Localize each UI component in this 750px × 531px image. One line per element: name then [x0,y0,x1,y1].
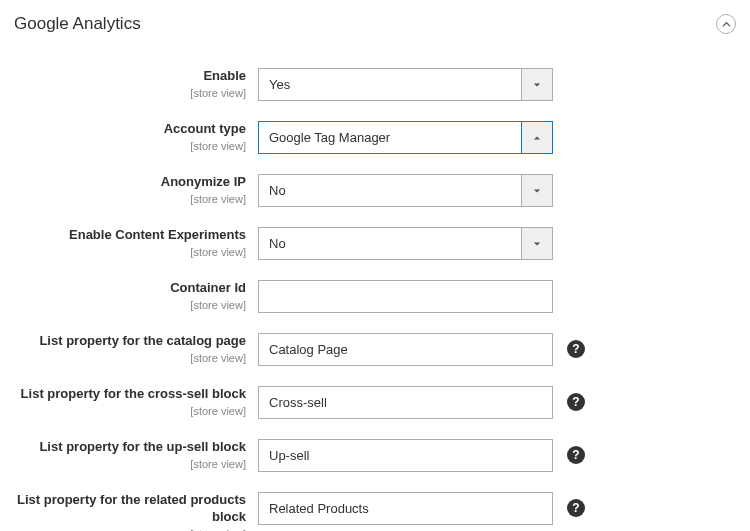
field-control-col: No [258,174,553,207]
help-icon[interactable]: ? [567,393,585,411]
field-scope: [store view] [14,140,246,152]
field-label: Enable Content Experiments [14,227,246,244]
field-control-col: Google Tag Manager [258,121,553,154]
section-title: Google Analytics [14,14,141,34]
field-label-col: List property for the related products b… [14,492,258,531]
list_crosssell-input[interactable] [258,386,553,419]
field-scope: [store view] [14,87,246,99]
help-col: ? [553,492,593,517]
field-label: List property for the up-sell block [14,439,246,456]
chevron-up-icon [722,20,731,29]
help-col: ? [553,439,593,464]
caret-down-icon [521,174,553,207]
field-label: Anonymize IP [14,174,246,191]
field-scope: [store view] [14,458,246,470]
field-label-col: List property for the catalog page[store… [14,333,258,364]
collapse-toggle[interactable] [716,14,736,34]
help-col [553,68,593,75]
field-row-account_type: Account type[store view]Google Tag Manag… [14,121,736,154]
help-col [553,174,593,181]
container_id-input[interactable] [258,280,553,313]
help-col [553,121,593,128]
field-scope: [store view] [14,352,246,364]
field-label-col: List property for the up-sell block[stor… [14,439,258,470]
field-label-col: Account type[store view] [14,121,258,152]
form-rows: Enable[store view]YesAccount type[store … [14,48,736,531]
field-scope: [store view] [14,246,246,258]
list_upsell-input[interactable] [258,439,553,472]
help-col [553,227,593,234]
caret-down-icon [521,68,553,101]
field-label: Enable [14,68,246,85]
field-scope: [store view] [14,299,246,311]
section-header: Google Analytics [14,10,736,48]
caret-up-icon [521,121,553,154]
field-label: List property for the cross-sell block [14,386,246,403]
list_related-input[interactable] [258,492,553,525]
field-control-col [258,280,553,313]
list_catalog-input[interactable] [258,333,553,366]
field-row-list_upsell: List property for the up-sell block[stor… [14,439,736,472]
field-row-list_related: List property for the related products b… [14,492,736,531]
help-col: ? [553,333,593,358]
select-value: Yes [258,68,553,101]
field-label: List property for the catalog page [14,333,246,350]
help-col [553,280,593,287]
field-row-list_catalog: List property for the catalog page[store… [14,333,736,366]
field-scope: [store view] [14,405,246,417]
select-value: No [258,227,553,260]
select-value: No [258,174,553,207]
field-control-col: No [258,227,553,260]
field-scope: [store view] [14,193,246,205]
field-label-col: Enable Content Experiments[store view] [14,227,258,258]
field-control-col [258,492,553,525]
field-control-col [258,333,553,366]
field-control-col [258,386,553,419]
field-control-col [258,439,553,472]
field-label: Container Id [14,280,246,297]
select-value: Google Tag Manager [258,121,553,154]
field-row-list_crosssell: List property for the cross-sell block[s… [14,386,736,419]
field-label: Account type [14,121,246,138]
content_exp-select[interactable]: No [258,227,553,260]
field-row-enable: Enable[store view]Yes [14,68,736,101]
field-label-col: Enable[store view] [14,68,258,99]
caret-down-icon [521,227,553,260]
help-col: ? [553,386,593,411]
field-row-content_exp: Enable Content Experiments[store view]No [14,227,736,260]
field-label-col: List property for the cross-sell block[s… [14,386,258,417]
help-icon[interactable]: ? [567,340,585,358]
field-control-col: Yes [258,68,553,101]
field-label: List property for the related products b… [14,492,246,526]
help-icon[interactable]: ? [567,499,585,517]
field-label-col: Anonymize IP[store view] [14,174,258,205]
field-row-anonymize_ip: Anonymize IP[store view]No [14,174,736,207]
account_type-select[interactable]: Google Tag Manager [258,121,553,154]
enable-select[interactable]: Yes [258,68,553,101]
help-icon[interactable]: ? [567,446,585,464]
field-row-container_id: Container Id[store view] [14,280,736,313]
field-label-col: Container Id[store view] [14,280,258,311]
anonymize_ip-select[interactable]: No [258,174,553,207]
